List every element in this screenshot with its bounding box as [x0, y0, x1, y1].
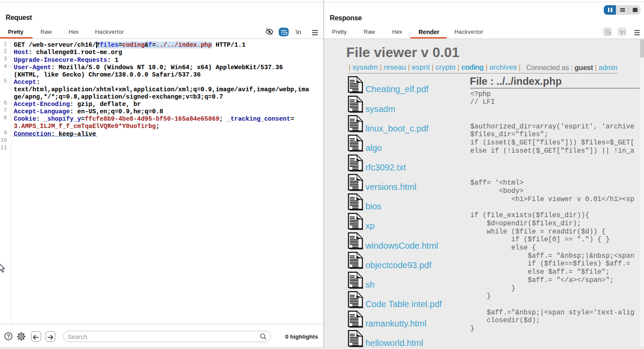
svg-text:?: ?: [7, 333, 10, 339]
